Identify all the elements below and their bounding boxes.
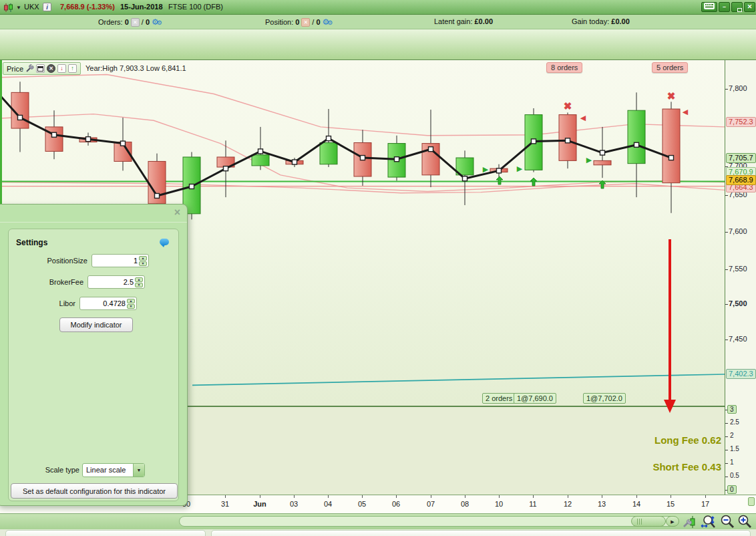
orders-slash: / — [142, 18, 144, 26]
indicator-move-down-icon[interactable]: ↓ — [57, 64, 66, 73]
info-button[interactable]: i — [43, 3, 51, 11]
scrollbar-grip-icon — [637, 519, 638, 525]
zoom-out-icon — [720, 515, 735, 529]
time-axis-tick — [396, 495, 397, 498]
position-settings-gear-icon[interactable]: ⚙⚙ — [323, 17, 331, 27]
orders-cancel-icon[interactable]: ✕ — [131, 18, 140, 27]
close-button[interactable]: ✕ — [744, 2, 755, 12]
fee-axis-label: 1.5 — [730, 445, 739, 452]
chart-options-icon — [683, 515, 697, 529]
zoom-out-button[interactable] — [719, 514, 736, 530]
window-titlebar: ▼ UKX i 7,668.9 (-1.33%) 15-Jun-2018 FTS… — [0, 0, 756, 15]
set-default-config-button[interactable]: Set as default configuration for this in… — [11, 483, 178, 499]
position-size-field[interactable]: ▲▼ — [91, 254, 149, 267]
sell-signal-icon[interactable]: ◀ — [683, 108, 689, 116]
ma-point-marker — [395, 157, 399, 162]
price-axis-tick — [725, 340, 728, 340]
order-level-badge[interactable]: 1@7,702.0 — [583, 393, 626, 404]
order-level-badge[interactable]: 2 orders — [482, 393, 516, 404]
candle-body[interactable] — [559, 115, 576, 161]
libor-spinner[interactable]: ▲▼ — [127, 299, 135, 308]
position-status: Position: 0 ✕ / 0 ⚙⚙ — [265, 17, 331, 27]
price-axis-label: 7,800 — [729, 84, 747, 92]
close-position-x-icon[interactable]: ✖ — [667, 90, 676, 102]
orders-settings-gear-icon[interactable]: ⚙⚙ — [152, 17, 160, 27]
buy-signal-icon[interactable]: ▶ — [517, 164, 523, 172]
modify-indicator-button[interactable]: Modify indicator — [59, 317, 133, 332]
latent-gain-label: Latent gain: — [434, 17, 473, 25]
ma-point-marker — [52, 132, 57, 137]
orders-count-badge-left[interactable]: 8 orders — [546, 62, 582, 73]
chart-scroll-row: ▶ — [0, 513, 756, 529]
orders-count-badge-right[interactable]: 5 orders — [652, 62, 688, 73]
ma-point-marker — [121, 141, 126, 146]
libor-label: Libor — [9, 299, 75, 307]
background-window-tab[interactable] — [5, 530, 206, 536]
time-axis-label: 13 — [592, 500, 611, 508]
indicator-close-icon[interactable]: ✕ — [47, 64, 55, 73]
buy-signal-icon[interactable]: ▶ — [586, 156, 592, 164]
position-label: Position: — [265, 18, 293, 26]
scale-type-caret-icon[interactable]: ▼ — [133, 464, 144, 477]
candle-body[interactable] — [663, 109, 680, 183]
indicator-wrench-icon[interactable] — [25, 64, 34, 73]
ma-point-marker — [634, 142, 639, 147]
price-axis-tick — [725, 304, 728, 305]
broker-fee-spinner[interactable]: ▲▼ — [135, 277, 143, 287]
candle-body[interactable] — [628, 110, 645, 163]
candle-body[interactable] — [594, 160, 611, 164]
indicator-settings-dialog[interactable]: × Settings PositionSize ▲▼ BrokerFee ▲▼ … — [0, 204, 188, 506]
fee-axis[interactable]: 32.521.510.50 — [725, 406, 756, 495]
sell-signal-icon[interactable]: ◀ — [580, 114, 586, 122]
candle-body[interactable] — [45, 127, 63, 152]
long-fee-value: Long Fee 0.62 — [588, 434, 721, 446]
gain-today: Gain today: £0.00 — [572, 17, 630, 25]
indicator-move-up-icon[interactable]: ↑ — [68, 64, 77, 73]
buy-up-arrow-icon[interactable] — [496, 176, 503, 184]
keyboard-button[interactable] — [701, 2, 717, 12]
close-position-x-icon[interactable]: ✖ — [564, 100, 572, 112]
scroll-right-button[interactable]: ▶ — [666, 516, 679, 527]
zoom-fit-button[interactable] — [700, 514, 717, 530]
candle-body[interactable] — [320, 143, 337, 164]
time-axis-tick — [602, 495, 602, 498]
indicator-window-icon[interactable] — [36, 64, 45, 73]
scrollbar-handle[interactable] — [631, 516, 666, 527]
price-axis[interactable]: 7,8007,752.37,7007,705.77,670.97,6507,66… — [725, 60, 756, 406]
libor-field[interactable]: ▲▼ — [79, 297, 137, 310]
time-axis-label: 11 — [524, 500, 542, 508]
orders-status: Orders: 0 ✕ / 0 ⚙⚙ — [98, 17, 160, 27]
drawing-arrow-head — [664, 400, 676, 413]
background-window-tab[interactable] — [211, 530, 751, 536]
drawing-arrow-annotation[interactable] — [669, 239, 671, 401]
libor-line — [192, 374, 725, 385]
fee-axis-label: 1 — [730, 458, 734, 466]
buy-signal-icon[interactable]: ▶ — [483, 165, 489, 173]
chart-options-button[interactable] — [681, 514, 699, 530]
ma-point-marker — [258, 149, 263, 154]
broker-fee-field[interactable]: ▲▼ — [87, 275, 145, 289]
ma-point-marker — [190, 184, 194, 189]
candle-body[interactable] — [252, 155, 269, 166]
spinner-up-icon: ▲ — [139, 256, 147, 261]
price-axis-label: 7,668.9 — [726, 175, 756, 185]
instrument-dropdown-caret-icon[interactable]: ▼ — [16, 5, 21, 11]
horizontal-scrollbar[interactable]: ▶ — [179, 516, 679, 527]
trading-platform-window: ▼ UKX i 7,668.9 (-1.33%) 15-Jun-2018 FTS… — [0, 0, 756, 536]
position-size-spinner[interactable]: ▲▼ — [139, 256, 147, 265]
zoom-in-button[interactable] — [736, 514, 753, 530]
maximize-button[interactable] — [731, 2, 743, 12]
position-open-count: 0 — [295, 18, 299, 26]
axis-corner-button[interactable] — [748, 497, 755, 506]
orders-open-count: 0 — [125, 18, 129, 26]
order-level-badge[interactable]: 1@7,690.0 — [514, 393, 556, 404]
scale-type-dropdown[interactable]: Linear scale ▼ — [82, 463, 145, 477]
time-axis-tick — [328, 495, 329, 498]
time-axis-label: 17 — [696, 500, 715, 508]
position-close-icon[interactable]: ✕ — [301, 18, 310, 27]
dialog-close-icon[interactable]: × — [174, 207, 180, 219]
spinner-down-icon: ▼ — [127, 304, 135, 309]
ma-point-marker — [293, 160, 297, 164]
minimize-button[interactable]: – — [719, 2, 730, 12]
help-bubble-icon[interactable] — [160, 239, 169, 245]
